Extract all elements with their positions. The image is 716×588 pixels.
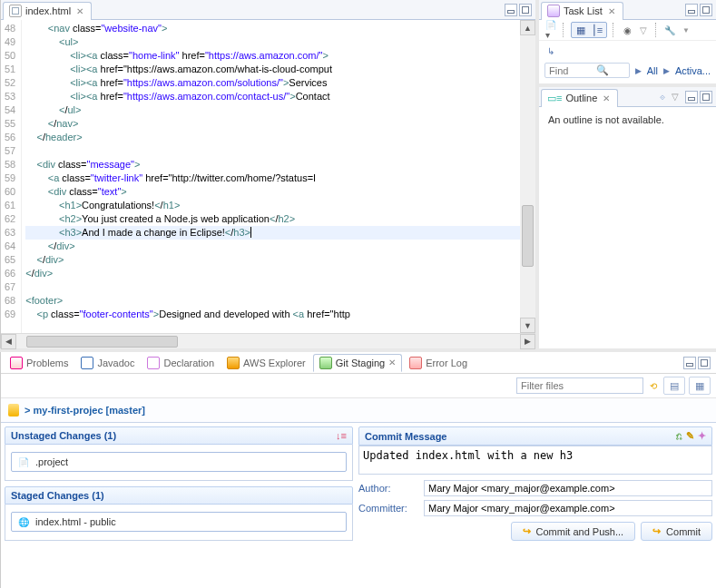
tab-javadoc[interactable]: Javadoc xyxy=(75,355,140,371)
tab-git-staging[interactable]: Git Staging✕ xyxy=(313,354,402,372)
link-icon[interactable]: ⟐ xyxy=(656,91,669,103)
editor-tab-label: index.html xyxy=(25,5,71,16)
outline-icon: ▭≡ xyxy=(547,93,562,104)
tab-problems[interactable]: Problems xyxy=(5,355,74,371)
repository-icon xyxy=(8,404,19,416)
file-label: index.html - public xyxy=(35,516,116,527)
task-list-tab[interactable]: Task List ✕ xyxy=(541,2,623,20)
task-list-view: Task List ✕ 📄▾ ▦ ⎮≡ ◉ ▽ xyxy=(539,0,716,87)
committer-input[interactable] xyxy=(424,500,712,516)
task-filter-activate[interactable]: Activa... xyxy=(675,65,711,76)
commit-message-panel: Commit Message ⎌ ✎ ✦ xyxy=(358,426,712,476)
editor-tab-index-html[interactable]: index.html ✕ xyxy=(3,2,92,20)
problems-icon xyxy=(10,357,23,369)
maximize-icon[interactable] xyxy=(698,357,711,369)
changeid-icon[interactable]: ✦ xyxy=(698,430,706,442)
author-label: Author: xyxy=(358,483,418,494)
file-icon: 🌐 xyxy=(17,515,30,528)
commit-title: Commit Message xyxy=(365,431,446,442)
layout-horizontal-icon[interactable]: ▤ xyxy=(666,378,682,393)
editor-tabbar: index.html ✕ xyxy=(1,0,535,20)
synchronize-icon[interactable]: 🔧 xyxy=(663,24,676,36)
author-input[interactable] xyxy=(424,480,712,496)
file-label: .project xyxy=(35,456,68,467)
task-filter-all[interactable]: All xyxy=(647,65,658,76)
tab-declaration[interactable]: Declaration xyxy=(142,355,220,371)
git-icon xyxy=(319,357,332,369)
close-icon[interactable]: ✕ xyxy=(606,6,617,16)
view-menu-icon[interactable]: ▽ xyxy=(669,91,682,103)
error-log-icon xyxy=(409,357,422,369)
commit-button[interactable]: ↪Commit xyxy=(641,522,712,541)
collapse-icon[interactable]: ↳ xyxy=(544,44,557,57)
unstaged-title: Unstaged Changes (1) xyxy=(11,430,116,441)
line-number-gutter: 4849505152535455565758596061626364656667… xyxy=(1,20,22,333)
unstaged-changes-panel: Unstaged Changes (1) ↓≡ 📄.project xyxy=(5,426,353,481)
commit-and-push-button[interactable]: ↪Commit and Push... xyxy=(511,522,636,541)
repo-label: > my-first-projec [master] xyxy=(25,405,145,416)
filter-files-input[interactable] xyxy=(516,377,643,394)
task-find-input[interactable]: 🔍 xyxy=(544,63,630,78)
bottom-view-tabs: Problems Javadoc Declaration AWS Explore… xyxy=(1,352,716,374)
minimize-icon[interactable] xyxy=(685,91,698,103)
declaration-icon xyxy=(147,357,160,369)
expand-icon[interactable]: ▶ xyxy=(663,66,670,75)
close-icon[interactable]: ✕ xyxy=(601,93,612,103)
file-item[interactable]: 🌐index.html - public xyxy=(11,512,347,532)
committer-label: Committer: xyxy=(358,503,418,514)
aws-icon xyxy=(227,357,240,369)
new-task-icon[interactable]: 📄▾ xyxy=(544,24,557,36)
dropdown-icon[interactable]: ▼ xyxy=(680,24,692,36)
maximize-icon[interactable] xyxy=(700,4,712,16)
refresh-icon[interactable]: ⟲ xyxy=(647,379,660,392)
task-find-field[interactable] xyxy=(549,65,593,76)
close-icon[interactable]: ✕ xyxy=(388,358,396,368)
amend-icon[interactable]: ⎌ xyxy=(676,430,682,442)
task-list-icon xyxy=(547,5,560,17)
commit-message-input[interactable] xyxy=(358,446,712,475)
scheduled-icon: ⎮≡ xyxy=(590,24,604,36)
layout-columns-icon[interactable]: ▦ xyxy=(691,378,708,393)
repo-header: > my-first-projec [master] xyxy=(1,398,716,423)
staged-changes-panel: Staged Changes (1) 🌐index.html - public xyxy=(5,486,353,541)
outline-title: Outline xyxy=(565,93,597,103)
task-list-title: Task List xyxy=(564,5,603,16)
code-editor[interactable]: 4849505152535455565758596061626364656667… xyxy=(1,20,535,333)
file-item[interactable]: 📄.project xyxy=(11,452,347,472)
expand-icon[interactable]: ▶ xyxy=(635,66,642,75)
sort-icon[interactable]: ↓≡ xyxy=(336,430,347,441)
task-filter-segment[interactable]: ▦ ⎮≡ xyxy=(571,22,607,38)
view-menu-icon[interactable]: ▽ xyxy=(637,24,650,36)
file-icon: 📄 xyxy=(17,456,30,468)
outline-tab[interactable]: ▭≡ Outline ✕ xyxy=(541,89,618,107)
javadoc-icon xyxy=(81,357,93,369)
tab-error-log[interactable]: Error Log xyxy=(404,355,473,371)
search-icon[interactable]: 🔍 xyxy=(596,64,609,76)
signoff-icon[interactable]: ✎ xyxy=(686,430,694,442)
vertical-scrollbar[interactable]: ▲▼ xyxy=(520,20,535,333)
minimize-icon[interactable] xyxy=(685,4,698,16)
minimize-icon[interactable] xyxy=(683,357,696,369)
editor-pane: index.html ✕ 484950515253545556575859606… xyxy=(0,0,539,348)
staged-title: Staged Changes (1) xyxy=(11,490,104,501)
minimize-icon[interactable] xyxy=(505,4,517,16)
focus-icon[interactable]: ◉ xyxy=(621,24,633,36)
horizontal-scrollbar[interactable]: ◀▶ xyxy=(1,333,535,348)
outline-view: ▭≡ Outline ✕ ⟐ ▽ An outline is not avail… xyxy=(539,87,716,348)
categorized-icon: ▦ xyxy=(574,24,588,36)
html-file-icon xyxy=(9,5,22,17)
outline-body: An outline is not available. xyxy=(539,107,716,132)
maximize-icon[interactable] xyxy=(700,91,712,103)
close-icon[interactable]: ✕ xyxy=(74,6,85,16)
tab-aws-explorer[interactable]: AWS Explorer xyxy=(221,355,311,371)
maximize-icon[interactable] xyxy=(519,4,532,16)
